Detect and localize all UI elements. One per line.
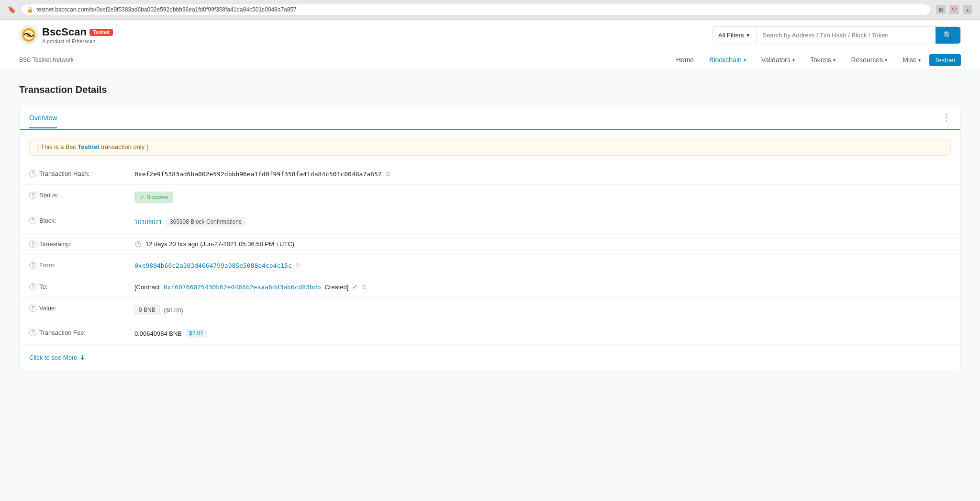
main-nav: Home Blockchain ▾ Validators ▾ Tokens ▾ … — [669, 50, 961, 69]
to-copy-icon[interactable]: ⧉ — [362, 283, 366, 291]
block-value: 10106021 365308 Block Confirmations — [134, 217, 951, 227]
nav-validators[interactable]: Validators ▾ — [755, 50, 802, 69]
block-label: ? Block: — [29, 217, 134, 224]
bnb-amount-badge: 0 BNB — [134, 305, 160, 315]
nav-validators-label: Validators — [761, 56, 791, 64]
alert-prefix: [ This is a Bsc — [37, 143, 78, 150]
fee-bnb-text: 0.00640984 BNB — [134, 330, 182, 337]
timestamp-value: 🕐 12 days 20 hrs ago (Jun-27-2021 05:36:… — [134, 240, 951, 248]
transaction-card: Overview ⋮ [ This is a Bsc Testnet trans… — [19, 105, 961, 370]
overview-tab[interactable]: Overview — [29, 114, 57, 128]
from-copy-icon[interactable]: ⧉ — [296, 262, 300, 269]
testnet-alert: [ This is a Bsc Testnet transaction only… — [29, 138, 951, 156]
logo-text: BscScan — [42, 26, 87, 38]
fee-usd-badge: $2.01 — [186, 329, 207, 338]
search-bar: All Filters ▼ 🔍 — [712, 26, 961, 44]
see-more-button[interactable]: Click to see More ⬇ — [29, 354, 85, 361]
header-top: BscScan Testnet A product of Etherscan A… — [19, 20, 961, 50]
url-text: testnet.bscscan.com/tx/0xef2e9f5383ad6ba… — [36, 6, 297, 13]
brave-icon[interactable]: 🛡 — [949, 5, 959, 14]
fee-label: ? Transaction Fee: — [29, 329, 134, 336]
resources-chevron-icon: ▾ — [885, 57, 887, 63]
from-address-link[interactable]: 0xc9804b60c2a303d4664799a985e5088e4ce4c1… — [134, 262, 292, 269]
nav-misc[interactable]: Misc ▾ — [896, 50, 927, 69]
block-help-icon[interactable]: ? — [29, 217, 36, 224]
nav-bar: BSC Testnet Network Home Blockchain ▾ Va… — [19, 50, 961, 69]
card-header: Overview ⋮ — [20, 105, 960, 130]
main-content: Transaction Details Overview ⋮ [ This is… — [0, 70, 980, 385]
filter-label: All Filters — [718, 32, 744, 39]
block-label-text: Block: — [39, 217, 56, 224]
alert-testnet-keyword: Testnet — [78, 143, 99, 150]
status-label-text: Status: — [39, 192, 58, 199]
nav-tokens[interactable]: Tokens ▾ — [803, 50, 842, 69]
nav-resources[interactable]: Resources ▾ — [844, 50, 894, 69]
network-label: BSC Testnet Network — [19, 55, 74, 65]
block-number-link[interactable]: 10106021 — [134, 218, 162, 226]
site-header: BscScan Testnet A product of Etherscan A… — [0, 20, 980, 70]
tx-hash-value: 0xef2e9f5383ad6ba002e592dbbb96ea1fd0f99f… — [134, 170, 951, 178]
search-button[interactable]: 🔍 — [935, 27, 960, 44]
fee-help-icon[interactable]: ? — [29, 329, 36, 336]
value-help-icon[interactable]: ? — [29, 305, 36, 312]
timestamp-help-icon[interactable]: ? — [29, 240, 36, 248]
nav-blockchain[interactable]: Blockchain ▾ — [702, 50, 753, 69]
logo-area[interactable]: BscScan Testnet A product of Etherscan — [19, 25, 113, 45]
tokens-chevron-icon: ▾ — [833, 57, 835, 63]
nav-tokens-label: Tokens — [810, 56, 831, 64]
nav-resources-label: Resources — [851, 56, 883, 64]
logo-text-area: BscScan Testnet A product of Etherscan — [42, 26, 113, 44]
status-badge: ✓ Success — [134, 192, 173, 203]
usd-value-text: ($0.00) — [164, 307, 183, 314]
lock-icon: 🔒 — [27, 7, 33, 13]
nav-blockchain-label: Blockchain — [709, 56, 742, 64]
tx-hash-label-text: Transaction Hash: — [39, 170, 89, 177]
timestamp-label: ? Timestamp: — [29, 240, 134, 248]
from-value: 0xc9804b60c2a303d4664799a985e5088e4ce4c1… — [134, 262, 951, 269]
timestamp-row: ? Timestamp: 🕐 12 days 20 hrs ago (Jun-2… — [20, 234, 960, 255]
value-value: 0 BNB ($0.00) — [134, 305, 951, 315]
timestamp-label-text: Timestamp: — [39, 240, 71, 248]
nav-home[interactable]: Home — [669, 50, 701, 69]
see-more-label: Click to see More — [29, 354, 77, 361]
alert-suffix: transaction only ] — [100, 143, 148, 150]
tx-hash-copy-icon[interactable]: ⧉ — [386, 170, 390, 178]
to-label-text: To: — [39, 283, 47, 290]
contract-address-link[interactable]: 0xf60766025430b62e0465b2eaaa6dd3ab6cd83b… — [164, 284, 321, 291]
timestamp-text: 12 days 20 hrs ago (Jun-27-2021 05:36:58… — [145, 240, 294, 248]
bookmark-icon: 🔖 — [8, 6, 16, 13]
tx-hash-text: 0xef2e9f5383ad6ba002e592dbbb96ea1fd0f99f… — [134, 171, 382, 178]
search-filter[interactable]: All Filters ▼ — [713, 28, 757, 43]
tx-hash-help-icon[interactable]: ? — [29, 170, 36, 177]
from-label: ? From: — [29, 262, 134, 269]
status-help-icon[interactable]: ? — [29, 192, 36, 199]
chevron-down-icon: ▼ — [746, 33, 750, 38]
url-bar[interactable]: 🔒 testnet.bscscan.com/tx/0xef2e9f5383ad6… — [21, 4, 931, 15]
status-label: ? Status: — [29, 192, 134, 199]
chevron-down-icon: ⬇ — [80, 354, 85, 361]
fee-value: 0.00640984 BNB $2.01 — [134, 329, 951, 338]
value-label: ? Value: — [29, 305, 134, 312]
check-icon: ✓ — [140, 194, 145, 201]
fee-label-text: Transaction Fee: — [39, 329, 86, 336]
search-input[interactable] — [757, 28, 935, 43]
nav-testnet-button[interactable]: Testnet — [929, 54, 961, 66]
browser-icons: ⊞ 🛡 ▲ — [936, 5, 972, 14]
alert-icon[interactable]: ▲ — [963, 5, 972, 14]
blockchain-chevron-icon: ▾ — [744, 57, 746, 63]
to-row: ? To: [Contract 0xf60766025430b62e0465b2… — [20, 276, 960, 298]
from-label-text: From: — [39, 262, 56, 269]
to-value: [Contract 0xf60766025430b62e0465b2eaaa6d… — [134, 283, 951, 291]
extensions-icon[interactable]: ⊞ — [936, 5, 946, 14]
from-help-icon[interactable]: ? — [29, 262, 36, 269]
clock-icon: 🕐 — [134, 241, 142, 248]
page-title: Transaction Details — [19, 84, 961, 95]
tx-hash-label: ? Transaction Hash: — [29, 170, 134, 177]
see-more-section: Click to see More ⬇ — [20, 345, 960, 370]
browser-bar: 🔖 🔒 testnet.bscscan.com/tx/0xef2e9f5383a… — [0, 0, 980, 20]
block-row: ? Block: 10106021 365308 Block Confirmat… — [20, 210, 960, 234]
to-prefix: [Contract — [134, 284, 160, 291]
tx-hash-row: ? Transaction Hash: 0xef2e9f5383ad6ba002… — [20, 163, 960, 185]
to-help-icon[interactable]: ? — [29, 283, 36, 290]
more-options-icon[interactable]: ⋮ — [942, 112, 951, 123]
